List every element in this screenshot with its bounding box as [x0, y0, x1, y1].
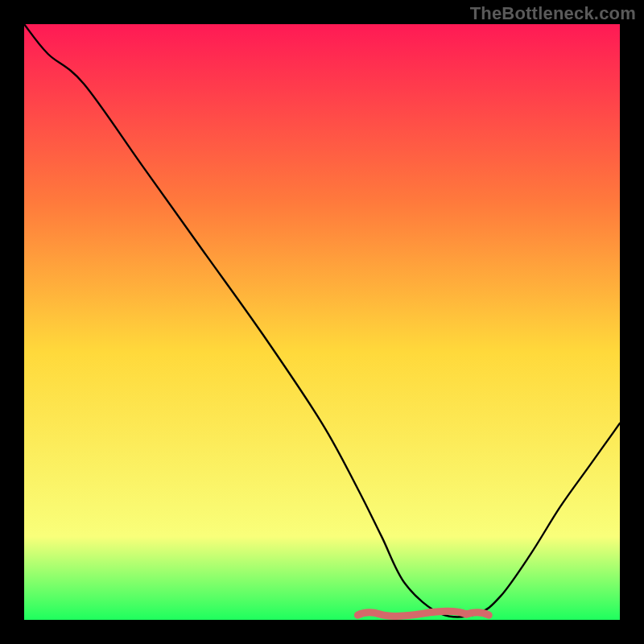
flat-region-marker	[357, 611, 489, 616]
bottleneck-curve-chart	[24, 24, 620, 620]
chart-frame: TheBottleneck.com	[0, 0, 644, 644]
gradient-background	[24, 24, 620, 620]
attribution-text: TheBottleneck.com	[470, 3, 636, 24]
plot-area	[24, 24, 620, 620]
